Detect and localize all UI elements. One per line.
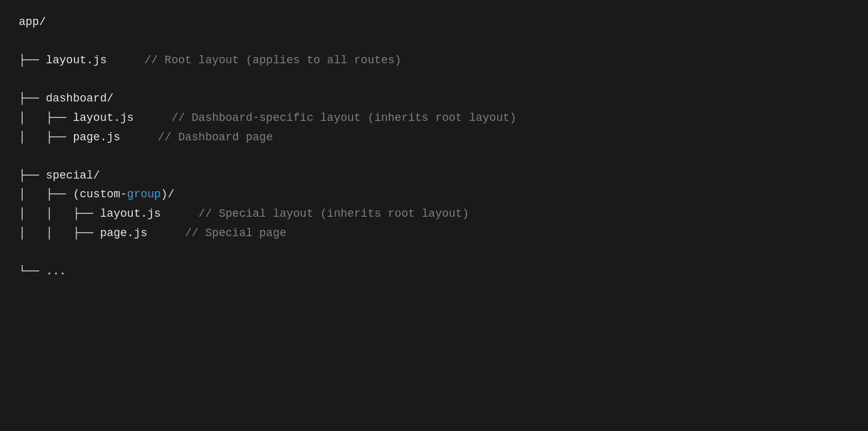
- tree-line-layout-root: ├── layout.js // Root layout (applies to…: [19, 51, 849, 70]
- blank-line-4: [19, 242, 849, 262]
- tree-prefix: ├──: [19, 51, 46, 70]
- blank-line-1: [19, 32, 849, 51]
- filename-special-layout: layout.js: [100, 204, 161, 224]
- filename-dashboard-layout: layout.js: [73, 108, 133, 128]
- filename-special-page: page.js: [100, 224, 148, 243]
- tree-line-special-page: │ │ ├── page.js // Special page: [19, 224, 849, 243]
- tree-line-custom-group: │ ├── (custom-group)/: [19, 185, 849, 204]
- tree-line-special-dir: ├── special/: [19, 166, 849, 185]
- comment-layout-root: // Root layout (applies to all routes): [144, 51, 401, 70]
- tree-prefix: │ ├──: [19, 185, 73, 204]
- tree-prefix: │ ├──: [19, 128, 73, 147]
- comment-dashboard-layout: // Dashboard-specific layout (inherits r…: [172, 108, 517, 128]
- tree-prefix: │ ├──: [19, 108, 73, 128]
- comment-dashboard-page: // Dashboard page: [158, 128, 273, 147]
- filename-dashboard-dir: dashboard/: [46, 89, 113, 108]
- tree-prefix: │ │ ├──: [19, 204, 100, 224]
- comment-special-layout: // Special layout (inherits root layout): [199, 204, 469, 224]
- blank-line-3: [19, 147, 849, 166]
- tree-line-special-layout: │ │ ├── layout.js // Special layout (inh…: [19, 204, 849, 224]
- tree-line-ellipsis: └── ...: [19, 262, 849, 281]
- tree-line-dashboard-page: │ ├── page.js // Dashboard page: [19, 128, 849, 147]
- tree-line-dashboard-dir: ├── dashboard/: [19, 89, 849, 108]
- blank-line-2: [19, 70, 849, 90]
- tree-prefix: │ │ ├──: [19, 224, 100, 243]
- root-label: app/: [19, 13, 46, 32]
- filename-ellipsis: ...: [46, 262, 66, 281]
- filename-custom-group-highlight: group: [127, 185, 161, 204]
- filename-special-dir: special/: [46, 166, 100, 185]
- tree-prefix: ├──: [19, 89, 46, 108]
- file-tree: app/ ├── layout.js // Root layout (appli…: [19, 13, 849, 281]
- filename-layout-root: layout.js: [46, 51, 106, 70]
- tree-line-dashboard-layout: │ ├── layout.js // Dashboard-specific la…: [19, 108, 849, 128]
- tree-prefix: ├──: [19, 166, 46, 185]
- tree-prefix: └──: [19, 262, 46, 281]
- comment-special-page: // Special page: [185, 224, 286, 243]
- filename-custom-group-close: )/: [161, 185, 175, 204]
- filename-dashboard-page: page.js: [73, 128, 120, 147]
- filename-custom-group-open: (custom-: [73, 185, 127, 204]
- tree-root: app/: [19, 13, 849, 32]
